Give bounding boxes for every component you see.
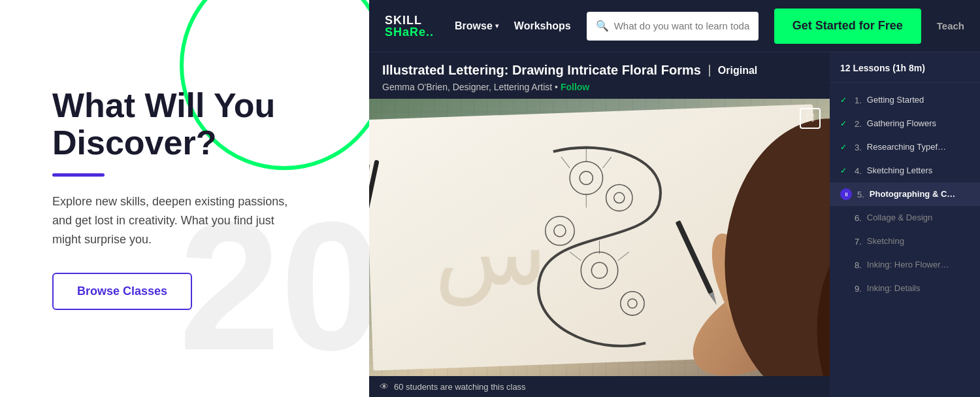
lesson-number: 1. bbox=[855, 95, 862, 105]
lesson-title: Photographing & C… bbox=[870, 189, 955, 200]
lessons-header: 12 Lessons (1h 8m) bbox=[830, 63, 980, 83]
chevron-down-icon: ▾ bbox=[495, 22, 498, 29]
logo-share: SHaRe. bbox=[385, 26, 434, 38]
lesson-title: Sketching Letters bbox=[867, 165, 932, 177]
right-panel: SKILL SHaRe. Browse ▾ Workshops 🔍 Get St… bbox=[369, 0, 980, 397]
lesson-number: 3. bbox=[855, 143, 862, 152]
video-thumbnail: س bbox=[369, 99, 830, 376]
workshops-nav-item[interactable]: Workshops bbox=[514, 20, 571, 32]
eye-icon: 👁 bbox=[380, 381, 389, 392]
original-badge: Original bbox=[709, 65, 757, 77]
browse-nav-item[interactable]: Browse ▾ bbox=[455, 20, 498, 32]
left-content: What Will You Discover? Explore new skil… bbox=[52, 87, 330, 310]
lesson-item[interactable]: ✓ 1. Getting Started bbox=[830, 88, 980, 112]
lesson-title: Inking: Details bbox=[867, 283, 921, 294]
main-heading: What Will You Discover? bbox=[52, 87, 330, 162]
lesson-number: 4. bbox=[855, 166, 862, 176]
lesson-title: Researching Typef… bbox=[867, 142, 946, 153]
empty-icon: ✓ bbox=[840, 237, 849, 246]
content-area: Illustrated Lettering: Drawing Intricate… bbox=[369, 52, 980, 397]
lesson-item[interactable]: ✓ 4. Sketching Letters bbox=[830, 159, 980, 182]
course-author: Gemma O'Brien, Designer, Lettering Artis… bbox=[382, 82, 817, 92]
lesson-number: 5. bbox=[857, 190, 864, 199]
empty-icon: ✓ bbox=[840, 284, 849, 293]
lesson-number: 2. bbox=[855, 119, 862, 129]
navbar: SKILL SHaRe. Browse ▾ Workshops 🔍 Get St… bbox=[369, 0, 980, 52]
browse-classes-button[interactable]: Browse Classes bbox=[52, 273, 192, 310]
lesson-item[interactable]: ⏸ 5. Photographing & C… bbox=[830, 182, 980, 206]
sub-text: Explore new skills, deepen existing pass… bbox=[52, 192, 301, 249]
lessons-list: ✓ 1. Getting Started ✓ 2. Gathering Flow… bbox=[830, 88, 980, 300]
fullscreen-icon[interactable]: ⛶ bbox=[800, 108, 821, 129]
empty-icon: ✓ bbox=[840, 260, 849, 269]
course-title-row: Illustrated Lettering: Drawing Intricate… bbox=[382, 63, 817, 78]
pause-icon: ⏸ bbox=[840, 188, 852, 200]
get-started-button[interactable]: Get Started for Free bbox=[774, 9, 921, 44]
empty-icon: ✓ bbox=[840, 213, 849, 222]
lesson-item[interactable]: ✓ 9. Inking: Details bbox=[830, 277, 980, 300]
logo-skill: SKILL bbox=[385, 14, 434, 26]
lesson-item[interactable]: ✓ 3. Researching Typef… bbox=[830, 135, 980, 159]
video-visual: س bbox=[369, 99, 830, 376]
course-title: Illustrated Lettering: Drawing Intricate… bbox=[382, 63, 701, 78]
search-input[interactable] bbox=[614, 20, 749, 31]
check-icon: ✓ bbox=[840, 166, 849, 175]
lesson-item[interactable]: ✓ 7. Sketching bbox=[830, 230, 980, 253]
lessons-sidebar: 12 Lessons (1h 8m) ✓ 1. Getting Started … bbox=[830, 52, 980, 397]
lesson-item[interactable]: ✓ 6. Collage & Design bbox=[830, 206, 980, 230]
follow-link[interactable]: Follow bbox=[561, 82, 589, 92]
svg-text:س: س bbox=[434, 201, 547, 307]
check-icon: ✓ bbox=[840, 143, 849, 152]
lesson-number: 9. bbox=[855, 284, 862, 294]
lesson-number: 6. bbox=[855, 213, 862, 223]
teach-nav-item[interactable]: Teach bbox=[937, 20, 964, 31]
video-section: Illustrated Lettering: Drawing Intricate… bbox=[369, 52, 830, 397]
video-wrapper[interactable]: س bbox=[369, 99, 830, 376]
lesson-number: 7. bbox=[855, 237, 862, 247]
video-footer: 👁 60 students are watching this class bbox=[369, 376, 830, 397]
lesson-number: 8. bbox=[855, 260, 862, 270]
lesson-item[interactable]: ✓ 2. Gathering Flowers bbox=[830, 112, 980, 135]
lesson-item[interactable]: ✓ 8. Inking: Hero Flower… bbox=[830, 253, 980, 277]
search-bar[interactable]: 🔍 bbox=[587, 12, 759, 41]
check-icon: ✓ bbox=[840, 119, 849, 128]
lesson-title: Inking: Hero Flower… bbox=[867, 260, 949, 271]
check-icon: ✓ bbox=[840, 95, 849, 105]
left-panel: 20 What Will You Discover? Explore new s… bbox=[0, 0, 369, 397]
purple-divider bbox=[52, 173, 105, 177]
lesson-title: Getting Started bbox=[867, 95, 924, 106]
lesson-title: Collage & Design bbox=[867, 213, 932, 224]
course-header: Illustrated Lettering: Drawing Intricate… bbox=[369, 52, 830, 99]
lesson-title: Sketching bbox=[867, 236, 904, 247]
skillshare-logo[interactable]: SKILL SHaRe. bbox=[385, 14, 434, 38]
search-icon: 🔍 bbox=[596, 20, 609, 32]
watch-count: 60 students are watching this class bbox=[394, 382, 526, 392]
lesson-title: Gathering Flowers bbox=[867, 118, 936, 129]
